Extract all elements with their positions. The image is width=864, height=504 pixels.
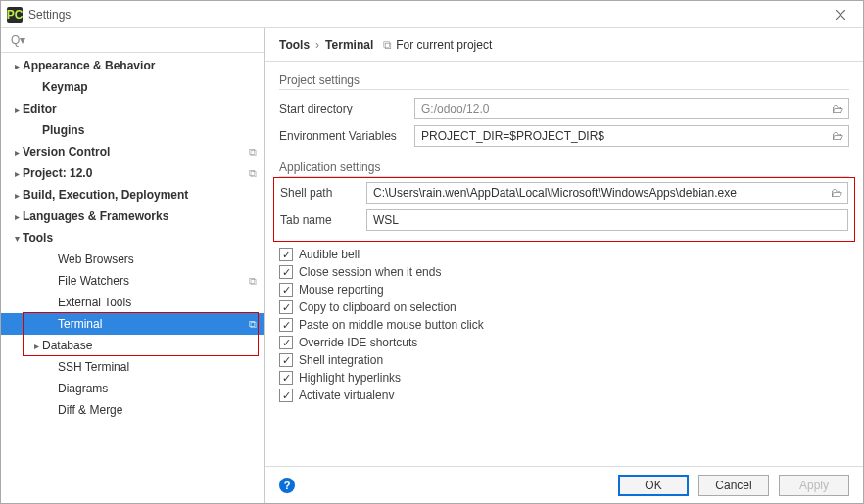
chevron-right-icon: ▸ — [11, 104, 23, 115]
checkbox-mouse-reporting[interactable] — [279, 283, 293, 297]
tree-appearance[interactable]: ▸Appearance & Behavior — [1, 55, 264, 76]
search-row: Q▾ — [1, 28, 264, 53]
checkbox-paste-middle[interactable] — [279, 318, 293, 332]
checkbox-copy-clipboard[interactable] — [279, 300, 293, 314]
cancel-button[interactable]: Cancel — [698, 475, 769, 496]
breadcrumb: Tools › Terminal — [279, 38, 373, 52]
highlight-annotation: Shell path 🗁 Tab name — [273, 177, 855, 242]
settings-tree: ▸Appearance & Behavior Keymap ▸Editor Pl… — [1, 53, 264, 503]
checkbox-override-ide[interactable] — [279, 336, 293, 349]
shell-path-field: 🗁 — [366, 182, 848, 204]
tree-terminal[interactable]: Terminal⧉ — [1, 313, 264, 335]
titlebar: PC Settings — [1, 1, 863, 28]
tab-name-input[interactable] — [367, 213, 847, 227]
project-scope-icon: ⧉ — [249, 275, 257, 288]
sidebar: Q▾ ▸Appearance & Behavior Keymap ▸Editor… — [1, 28, 265, 503]
window-title: Settings — [28, 8, 71, 22]
for-current-project-label: ⧉ For current project — [383, 38, 492, 52]
section-title: Project settings — [279, 73, 849, 90]
tree-project[interactable]: ▸Project: 12.0⧉ — [1, 162, 264, 184]
help-button[interactable]: ? — [279, 478, 295, 493]
chevron-right-icon: ▸ — [11, 168, 23, 179]
project-scope-icon: ⧉ — [249, 146, 257, 159]
tree-plugins[interactable]: Plugins — [1, 119, 264, 141]
apply-button[interactable]: Apply — [779, 475, 849, 496]
chevron-right-icon: ▸ — [11, 147, 23, 158]
tree-build[interactable]: ▸Build, Execution, Deployment — [1, 184, 264, 206]
checkbox-shell-integration[interactable] — [279, 353, 293, 367]
tree-ssh-terminal[interactable]: SSH Terminal — [1, 356, 264, 378]
tree-diagrams[interactable]: Diagrams — [1, 378, 264, 399]
search-input[interactable] — [25, 32, 259, 48]
tree-file-watchers[interactable]: File Watchers⧉ — [1, 270, 264, 292]
start-directory-input[interactable] — [415, 102, 827, 115]
tree-editor[interactable]: ▸Editor — [1, 98, 264, 119]
tree-tools[interactable]: ▾Tools — [1, 227, 264, 249]
shell-path-label: Shell path — [280, 186, 357, 200]
tree-diff-merge[interactable]: Diff & Merge — [1, 399, 264, 421]
chevron-down-icon: ▾ — [11, 233, 23, 244]
browse-folder-icon[interactable]: 🗁 — [827, 99, 848, 118]
chevron-right-icon: ▸ — [11, 211, 23, 222]
env-vars-input[interactable] — [415, 129, 827, 143]
tree-web-browsers[interactable]: Web Browsers — [1, 249, 264, 270]
main-panel: Tools › Terminal ⧉ For current project P… — [265, 28, 863, 503]
project-settings-section: Project settings Start directory 🗁 Envir… — [279, 73, 849, 147]
env-vars-field: 🗁 — [414, 125, 849, 147]
tab-name-label: Tab name — [280, 213, 357, 227]
search-icon: Q▾ — [11, 33, 25, 47]
checkbox-activate-virtualenv[interactable] — [279, 389, 293, 402]
chevron-right-icon: › — [315, 38, 319, 52]
close-button[interactable] — [824, 4, 857, 25]
section-title: Application settings — [279, 160, 849, 177]
breadcrumb-row: Tools › Terminal ⧉ For current project — [265, 28, 863, 62]
chevron-right-icon: ▸ — [30, 341, 42, 351]
project-scope-icon: ⧉ — [383, 38, 392, 52]
content: Project settings Start directory 🗁 Envir… — [265, 62, 863, 466]
tree-languages[interactable]: ▸Languages & Frameworks — [1, 206, 264, 227]
checkbox-highlight-hyperlinks[interactable] — [279, 371, 293, 385]
checkbox-audible-bell[interactable] — [279, 248, 293, 261]
settings-dialog: PC Settings Q▾ ▸Appearance & Behavior Ke… — [0, 0, 864, 504]
app-icon: PC — [7, 7, 23, 23]
env-vars-label: Environment Variables — [279, 129, 405, 143]
button-bar: ? OK Cancel Apply — [265, 466, 863, 503]
shell-path-input[interactable] — [367, 186, 826, 200]
checkbox-close-session[interactable] — [279, 265, 293, 279]
tab-name-field — [366, 209, 848, 231]
start-directory-field: 🗁 — [414, 98, 849, 119]
chevron-right-icon: ▸ — [11, 61, 23, 71]
start-directory-label: Start directory — [279, 102, 405, 115]
tree-external-tools[interactable]: External Tools — [1, 292, 264, 313]
project-scope-icon: ⧉ — [249, 318, 257, 331]
chevron-right-icon: ▸ — [11, 190, 23, 201]
ok-button[interactable]: OK — [618, 475, 689, 496]
tree-database[interactable]: ▸Database — [1, 335, 264, 356]
browse-folder-icon[interactable]: 🗁 — [826, 183, 847, 203]
tree-version-control[interactable]: ▸Version Control⧉ — [1, 141, 264, 162]
tree-keymap[interactable]: Keymap — [1, 76, 264, 98]
project-scope-icon: ⧉ — [249, 167, 257, 180]
edit-env-icon[interactable]: 🗁 — [827, 126, 848, 146]
application-settings-section: Application settings Shell path 🗁 Tab na… — [279, 160, 849, 402]
